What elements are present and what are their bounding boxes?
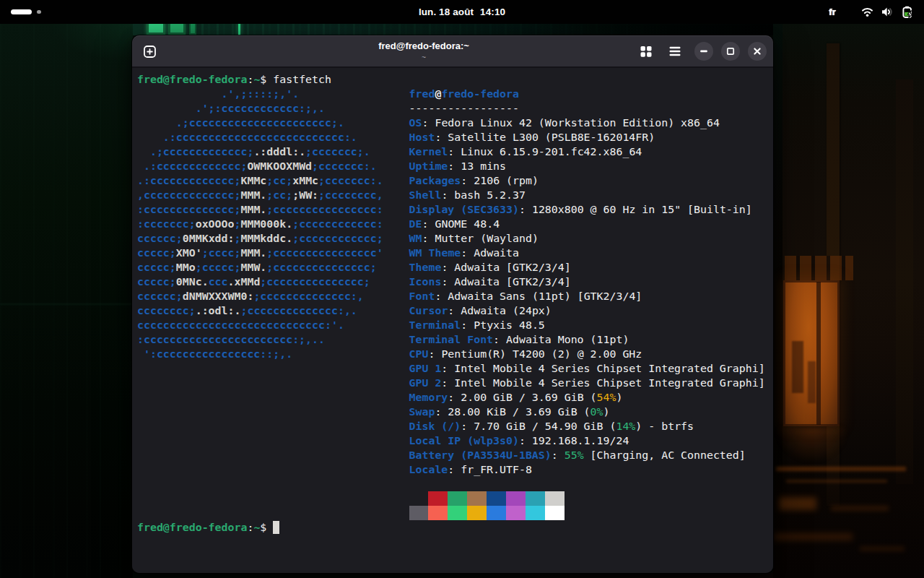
- terminal-row: Memory: 2.00 GiB / 3.69 GiB (54%): [137, 390, 773, 405]
- close-icon: [753, 47, 762, 56]
- window-title: fred@fredo-fedora:~: [219, 40, 629, 51]
- wifi-icon: [861, 7, 873, 17]
- wallpaper-left-ledge: [0, 303, 133, 305]
- volume-icon: [881, 7, 894, 17]
- terminal-row: Disk (/): 7.70 GiB / 54.90 GiB (14%) - b…: [137, 419, 773, 434]
- terminal-row: [137, 506, 773, 520]
- terminal-output[interactable]: fred@fredo-fedora:~$ fastfetch .',;::::;…: [132, 69, 773, 573]
- palette-block: [448, 491, 467, 506]
- titlebar[interactable]: fred@fredo-fedora:~ ~: [132, 35, 773, 68]
- terminal-row: ccccc;MMo;ccccc;MMW.;ccccccccccccccc; Th…: [137, 260, 773, 275]
- wallpaper-reflection: [773, 533, 853, 540]
- wallpaper-storefront-mullion: [816, 282, 821, 425]
- terminal-window: fred@fredo-fedora:~ ~: [132, 35, 773, 573]
- palette-block: [487, 506, 506, 520]
- terminal-row: .:cccccccccccccccccccccccccc:. Host: Sat…: [137, 130, 773, 144]
- wallpaper-storefront-silhouette: [808, 361, 816, 403]
- plus-icon: [144, 46, 156, 58]
- terminal-row: [137, 491, 773, 506]
- wallpaper-reflection: [786, 480, 887, 483]
- system-status-area[interactable]: fr: [829, 0, 913, 24]
- main-menu-button[interactable]: [666, 42, 684, 61]
- maximize-button[interactable]: [721, 42, 740, 61]
- desktop: fred@fredo-fedora:~ ~: [0, 0, 924, 578]
- terminal-row: .:ccccccccccccc;KMMc;cc;xMMc;ccccccc:. P…: [137, 173, 773, 188]
- palette-block: [526, 491, 545, 506]
- terminal-row: .',;::::;,'. fred@fredo-fedora: [137, 87, 773, 101]
- terminal-row: :ccccccc;oxOOOo;MMM000k.;cccccccccccc: D…: [137, 217, 773, 231]
- terminal-row: GPU 2: Intel Mobile 4 Series Chipset Int…: [137, 376, 773, 390]
- palette-block: [487, 491, 506, 506]
- palette-block: [506, 491, 526, 506]
- terminal-row: .:ccccccccccccc;OWMKOOXMWd;ccccccc:. Upt…: [137, 159, 773, 173]
- wallpaper-storefront-silhouette: [792, 341, 803, 393]
- battery-charging-icon: [902, 6, 913, 18]
- terminal-row: .;cccccccccccccccccccccc;. OS: Fedora Li…: [137, 116, 773, 130]
- grid-icon: [640, 46, 652, 57]
- keyboard-layout-indicator[interactable]: fr: [829, 7, 836, 17]
- terminal-row: cccccccc;.:odl:.;cccccccccccccc:,. Curso…: [137, 303, 773, 318]
- palette-block: [448, 506, 467, 520]
- terminal-row: ,cccccccccccccc;MMM.;cc;;WW:;cccccccc, S…: [137, 188, 773, 202]
- terminal-row: Swap: 28.00 KiB / 3.69 GiB (0%): [137, 405, 773, 419]
- wallpaper-reflection: [776, 467, 906, 471]
- terminal-row: .;ccccccccccccc;.:dddl:.;ccccccc;. Kerne…: [137, 144, 773, 159]
- terminal-row: Locale: fr_FR.UTF-8: [137, 462, 773, 477]
- wallpaper-bottom-strip: [133, 573, 773, 578]
- terminal-row: fred@fredo-fedora:~$ fastfetch: [137, 72, 773, 87]
- terminal-row: [137, 477, 773, 491]
- clock-time: 14:10: [480, 7, 505, 17]
- close-button[interactable]: [748, 42, 767, 61]
- wallpaper-storefront-transom: [785, 256, 853, 280]
- palette-block: [545, 491, 565, 506]
- palette-block: [428, 506, 448, 520]
- terminal-row: ':cccccccccccccccc::;,. CPU: Pentium(R) …: [137, 347, 773, 361]
- wallpaper-reflection: [831, 506, 889, 511]
- tab-overview-button[interactable]: [637, 42, 655, 61]
- window-title-area: fred@fredo-fedora:~ ~: [219, 35, 629, 68]
- palette-block: [545, 506, 565, 520]
- palette-block: [428, 491, 448, 506]
- terminal-row: Battery (PA3534U-1BAS): 55% [Charging, A…: [137, 448, 773, 462]
- wallpaper-reflection: [779, 497, 816, 510]
- terminal-row: Local IP (wlp3s0): 192.168.1.19/24: [137, 434, 773, 448]
- clock-button[interactable]: lun. 18 août 14:10: [0, 0, 924, 24]
- new-tab-button[interactable]: [140, 42, 159, 61]
- gnome-top-bar: lun. 18 août 14:10 fr: [0, 0, 924, 24]
- terminal-row: ccccc;XMO';cccc;MMM.;cccccccccccccccc' W…: [137, 246, 773, 260]
- terminal-row: GPU 1: Intel Mobile 4 Series Chipset Int…: [137, 361, 773, 376]
- wallpaper-right-column: [896, 79, 913, 484]
- minimize-button[interactable]: [694, 42, 713, 61]
- palette-block: [506, 506, 526, 520]
- palette-block: [409, 506, 429, 520]
- terminal-row: .';:cccccccccccc:;,. -----------------: [137, 101, 773, 116]
- wallpaper-wet-ground: [773, 455, 924, 578]
- wallpaper-left-stripes: [0, 0, 133, 578]
- terminal-row: cccccc;0MMKxdd:;MMMkddc.;cccccccccccc; W…: [137, 231, 773, 246]
- terminal-row: fred@fredo-fedora:~$: [137, 520, 773, 535]
- terminal-row: ccccc;0MNc.ccc.xMMd;ccccccccccccccc; Ico…: [137, 275, 773, 289]
- clock-date: lun. 18 août: [419, 7, 474, 17]
- maximize-icon: [726, 47, 735, 56]
- terminal-row: :cccccccccccccc;MMM.;cccccccccccccccc: D…: [137, 202, 773, 217]
- palette-block: [467, 506, 487, 520]
- terminal-cursor: [273, 521, 279, 534]
- hamburger-menu-icon: [669, 46, 681, 56]
- palette-block: [409, 491, 429, 506]
- terminal-row: ccccccccccccccccccccccccccccc:'. Termina…: [137, 318, 773, 332]
- terminal-row: cccccc;dNMWXXXWM0:;cccccccccccccc:, Font…: [137, 289, 773, 303]
- window-subtitle: ~: [219, 53, 629, 61]
- palette-block: [467, 491, 487, 506]
- wallpaper-left-building: [0, 0, 133, 578]
- wallpaper-reflection: [860, 546, 905, 551]
- wallpaper-right-street: [773, 0, 924, 578]
- palette-block: [526, 506, 545, 520]
- terminal-row: :ccccccccccccccccccccccc:;,.. Terminal F…: [137, 332, 773, 347]
- minimize-icon: [699, 47, 708, 56]
